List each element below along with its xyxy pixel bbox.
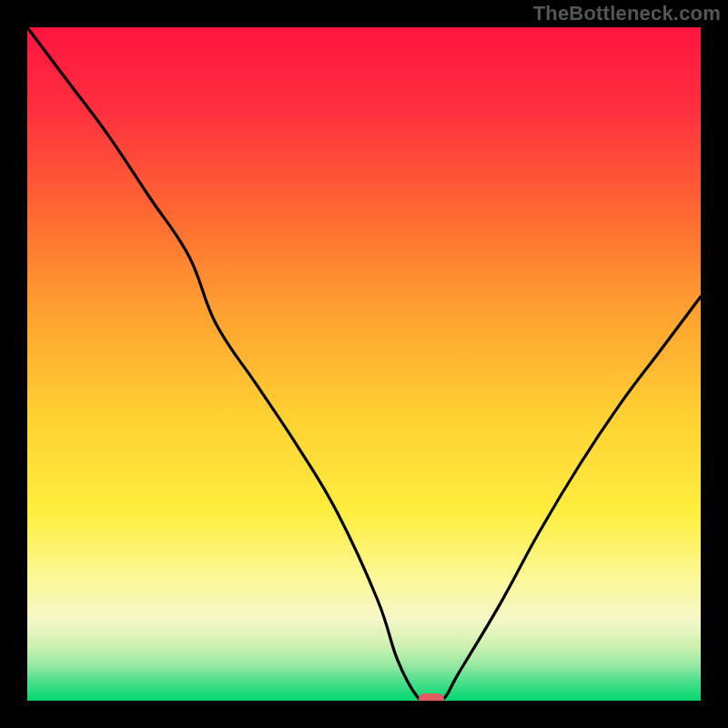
plot-background bbox=[27, 27, 701, 701]
watermark-text: TheBottleneck.com bbox=[533, 2, 721, 25]
chart-frame: { "watermark": "TheBottleneck.com", "col… bbox=[0, 0, 728, 728]
bottleneck-chart bbox=[0, 0, 728, 728]
